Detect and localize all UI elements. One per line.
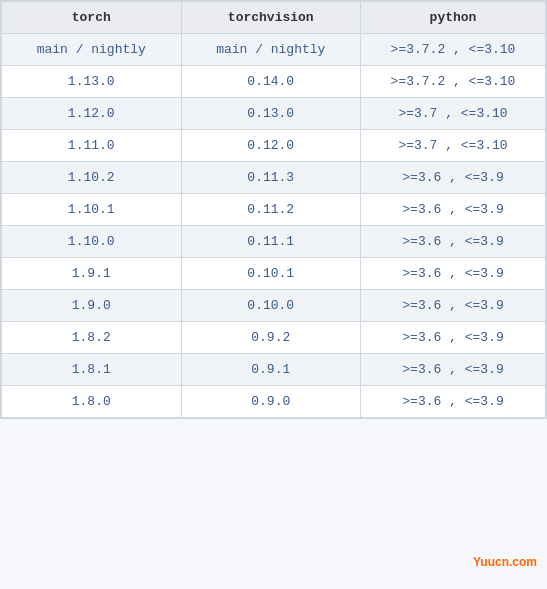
cell-torch: 1.8.2 xyxy=(2,322,182,354)
cell-torchvision: 0.9.1 xyxy=(181,354,361,386)
cell-python: >=3.6 , <=3.9 xyxy=(361,162,546,194)
cell-torchvision: 0.10.0 xyxy=(181,290,361,322)
cell-torchvision: 0.12.0 xyxy=(181,130,361,162)
cell-torch: 1.12.0 xyxy=(2,98,182,130)
table-row: 1.13.00.14.0>=3.7.2 , <=3.10 xyxy=(2,66,546,98)
cell-python: >=3.7 , <=3.10 xyxy=(361,98,546,130)
compatibility-table: torch torchvision python main / nightlym… xyxy=(0,0,547,419)
cell-torch: 1.9.1 xyxy=(2,258,182,290)
cell-torch: 1.10.1 xyxy=(2,194,182,226)
cell-torch: 1.13.0 xyxy=(2,66,182,98)
cell-torchvision: 0.11.1 xyxy=(181,226,361,258)
cell-torch: 1.11.0 xyxy=(2,130,182,162)
cell-torchvision: 0.11.2 xyxy=(181,194,361,226)
header-torch: torch xyxy=(2,2,182,34)
cell-python: >=3.6 , <=3.9 xyxy=(361,386,546,418)
table-row: 1.12.00.13.0>=3.7 , <=3.10 xyxy=(2,98,546,130)
cell-torch: 1.8.0 xyxy=(2,386,182,418)
cell-torchvision: 0.13.0 xyxy=(181,98,361,130)
header-python: python xyxy=(361,2,546,34)
cell-python: >=3.7.2 , <=3.10 xyxy=(361,34,546,66)
table-row: 1.8.10.9.1>=3.6 , <=3.9 xyxy=(2,354,546,386)
cell-python: >=3.6 , <=3.9 xyxy=(361,290,546,322)
table-row: 1.8.20.9.2>=3.6 , <=3.9 xyxy=(2,322,546,354)
cell-python: >=3.6 , <=3.9 xyxy=(361,322,546,354)
table-header-row: torch torchvision python xyxy=(2,2,546,34)
cell-python: >=3.7.2 , <=3.10 xyxy=(361,66,546,98)
cell-python: >=3.6 , <=3.9 xyxy=(361,258,546,290)
cell-torchvision: 0.11.3 xyxy=(181,162,361,194)
table-row: 1.10.10.11.2>=3.6 , <=3.9 xyxy=(2,194,546,226)
header-torchvision: torchvision xyxy=(181,2,361,34)
cell-torch: 1.9.0 xyxy=(2,290,182,322)
cell-torch: 1.8.1 xyxy=(2,354,182,386)
cell-python: >=3.6 , <=3.9 xyxy=(361,226,546,258)
cell-python: >=3.6 , <=3.9 xyxy=(361,354,546,386)
table-row: 1.9.00.10.0>=3.6 , <=3.9 xyxy=(2,290,546,322)
table-row: 1.10.00.11.1>=3.6 , <=3.9 xyxy=(2,226,546,258)
cell-torch: 1.10.2 xyxy=(2,162,182,194)
cell-python: >=3.6 , <=3.9 xyxy=(361,194,546,226)
table-row: 1.10.20.11.3>=3.6 , <=3.9 xyxy=(2,162,546,194)
cell-torchvision: 0.14.0 xyxy=(181,66,361,98)
cell-torchvision: main / nightly xyxy=(181,34,361,66)
cell-torch: main / nightly xyxy=(2,34,182,66)
table-row: 1.8.00.9.0>=3.6 , <=3.9 xyxy=(2,386,546,418)
table-row: 1.11.00.12.0>=3.7 , <=3.10 xyxy=(2,130,546,162)
cell-torchvision: 0.9.0 xyxy=(181,386,361,418)
cell-python: >=3.7 , <=3.10 xyxy=(361,130,546,162)
table-row: 1.9.10.10.1>=3.6 , <=3.9 xyxy=(2,258,546,290)
table-row: main / nightlymain / nightly>=3.7.2 , <=… xyxy=(2,34,546,66)
cell-torch: 1.10.0 xyxy=(2,226,182,258)
cell-torchvision: 0.9.2 xyxy=(181,322,361,354)
cell-torchvision: 0.10.1 xyxy=(181,258,361,290)
